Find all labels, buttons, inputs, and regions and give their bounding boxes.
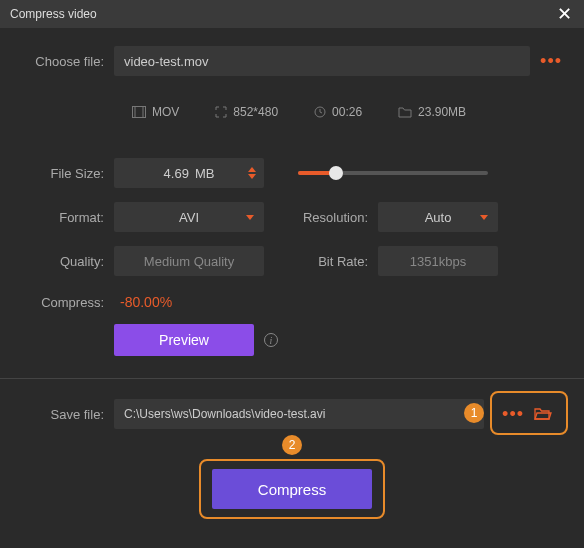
chevron-down-icon [480, 215, 488, 220]
slider-thumb[interactable] [329, 166, 343, 180]
choose-file-field[interactable]: video-test.mov [114, 46, 530, 76]
annotation-badge-1: 1 [464, 403, 484, 423]
info-icon[interactable]: i [264, 333, 278, 347]
meta-format: MOV [114, 105, 197, 119]
choose-file-browse-icon[interactable]: ••• [540, 52, 562, 70]
chevron-down-icon[interactable] [248, 174, 256, 179]
choose-file-label: Choose file: [22, 54, 114, 69]
chevron-up-icon[interactable] [248, 167, 256, 172]
annotation-badge-2: 2 [282, 435, 302, 455]
meta-size: 23.90MB [380, 105, 484, 119]
close-icon[interactable]: ✕ [552, 3, 576, 25]
meta-dimensions-value: 852*480 [233, 105, 278, 119]
save-file-row: Save file: C:\Users\ws\Downloads\video-t… [22, 399, 562, 429]
compress-ratio-row: Compress: -80.00% [22, 294, 562, 310]
content-area: Choose file: video-test.mov ••• MOV 852*… [0, 28, 584, 548]
format-select[interactable]: AVI [114, 202, 264, 232]
annotation-highlight-2 [199, 459, 385, 519]
meta-dimensions: 852*480 [197, 105, 296, 119]
choose-file-row: Choose file: video-test.mov ••• [22, 46, 562, 76]
save-file-label: Save file: [22, 407, 114, 422]
file-size-label: File Size: [22, 166, 114, 181]
file-size-slider[interactable] [298, 171, 488, 175]
preview-row: Preview i [114, 324, 562, 356]
clock-icon [314, 106, 326, 118]
bit-rate-label: Bit Rate: [298, 254, 378, 269]
file-size-unit: MB [195, 166, 215, 181]
folder-icon [398, 107, 412, 118]
compress-video-window: Compress video ✕ Choose file: video-test… [0, 0, 584, 548]
quality-display: Medium Quality [114, 246, 264, 276]
format-resolution-row: Format: AVI Resolution: Auto [22, 202, 562, 232]
annotation-highlight-1 [490, 391, 568, 435]
filesize-row: File Size: 4.69 MB [22, 158, 562, 188]
meta-duration: 00:26 [296, 105, 380, 119]
meta-format-value: MOV [152, 105, 179, 119]
quality-bitrate-row: Quality: Medium Quality Bit Rate: 1351kb… [22, 246, 562, 276]
chevron-down-icon [246, 215, 254, 220]
divider [0, 378, 584, 379]
expand-icon [215, 106, 227, 118]
compress-ratio-label: Compress: [22, 295, 114, 310]
format-value: AVI [179, 210, 199, 225]
window-title: Compress video [10, 7, 97, 21]
file-size-stepper[interactable] [248, 167, 256, 179]
save-file-field[interactable]: C:\Users\ws\Downloads\video-test.avi [114, 399, 484, 429]
bit-rate-value: 1351kbps [410, 254, 466, 269]
film-icon [132, 106, 146, 118]
quality-value: Medium Quality [144, 254, 234, 269]
quality-label: Quality: [22, 254, 114, 269]
format-label: Format: [22, 210, 114, 225]
resolution-select[interactable]: Auto [378, 202, 498, 232]
preview-button[interactable]: Preview [114, 324, 254, 356]
titlebar: Compress video ✕ [0, 0, 584, 28]
meta-size-value: 23.90MB [418, 105, 466, 119]
meta-duration-value: 00:26 [332, 105, 362, 119]
compress-button-row: Compress 2 [22, 469, 562, 533]
resolution-label: Resolution: [298, 210, 378, 225]
bit-rate-display: 1351kbps [378, 246, 498, 276]
file-size-value: 4.69 [164, 166, 189, 181]
compress-ratio-value: -80.00% [120, 294, 172, 310]
file-meta-row: MOV 852*480 00:26 23.90MB [114, 90, 562, 134]
resolution-value: Auto [425, 210, 452, 225]
file-size-input[interactable]: 4.69 MB [114, 158, 264, 188]
svg-rect-0 [133, 107, 146, 118]
